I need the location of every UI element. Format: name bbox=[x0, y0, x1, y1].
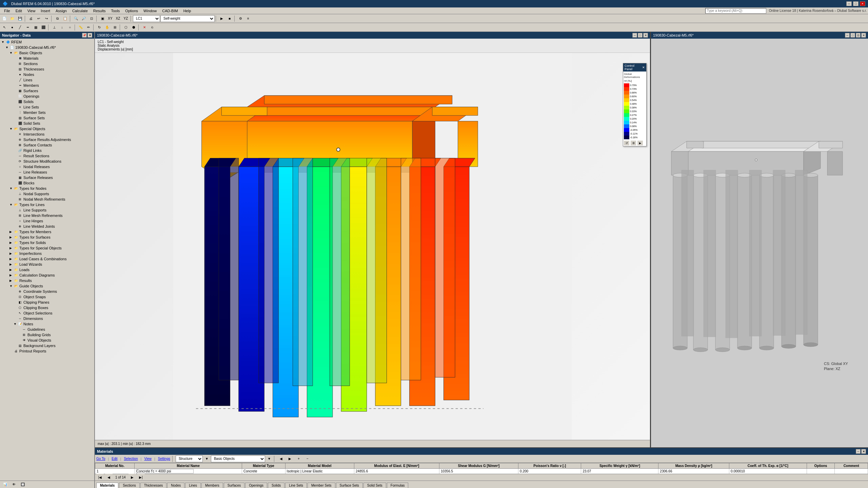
vp-left-max[interactable]: □ bbox=[638, 33, 643, 38]
nav-item-results[interactable]: ▶ 📁 Results bbox=[0, 278, 94, 283]
nav-item-notes[interactable]: ▼ 📝 Notes bbox=[0, 321, 94, 327]
nav-item-clipping-planes[interactable]: ◧ Clipping Planes bbox=[0, 300, 94, 305]
vp-left-close[interactable]: ✕ bbox=[643, 33, 648, 38]
tab-materials[interactable]: Materials bbox=[96, 483, 118, 488]
nav-display-btn[interactable]: 👁 bbox=[10, 481, 18, 488]
mat-filter2-dropdown[interactable]: Basic Objects bbox=[211, 455, 265, 462]
viewport-left-canvas[interactable]: Control Panel ✕ Global Deformations rel … bbox=[95, 53, 650, 440]
nav-item-thicknesses[interactable]: ▤ Thicknesses bbox=[0, 66, 94, 72]
menu-tools[interactable]: Tools bbox=[108, 8, 122, 14]
nav-item-line-releases[interactable]: ─ Line Releases bbox=[0, 169, 94, 175]
menu-assign[interactable]: Assign bbox=[53, 8, 70, 14]
undo-button[interactable]: ↩ bbox=[35, 15, 42, 22]
nav-item-result-sections[interactable]: ─ Result Sections bbox=[0, 153, 94, 159]
mat-settings-label[interactable]: Settings bbox=[158, 457, 170, 461]
nav-item-types-solids[interactable]: ▶ 📁 Types for Solids bbox=[0, 240, 94, 245]
pan-btn[interactable]: ✋ bbox=[103, 24, 111, 31]
nav-item-imperfections[interactable]: ▶ 📁 Imperfections bbox=[0, 251, 94, 256]
cell-mat-name[interactable] bbox=[135, 469, 242, 474]
search-input[interactable] bbox=[705, 8, 766, 14]
vp-right-restore[interactable]: ⊡ bbox=[856, 33, 861, 38]
nav-item-materials[interactable]: 🔳 Materials bbox=[0, 56, 94, 61]
nav-item-line-supports[interactable]: ⊥ Line Supports bbox=[0, 207, 94, 213]
menu-file[interactable]: File bbox=[1, 8, 13, 14]
nav-item-types-nodes[interactable]: ▼ 📂 Types for Nodes bbox=[0, 186, 94, 191]
viewport-right[interactable]: 190830-Cabezal-M5.rf6* ─ □ ⊡ ✕ bbox=[651, 32, 868, 447]
nav-item-nodes[interactable]: ● Nodes bbox=[0, 72, 94, 77]
nav-pin-button[interactable]: 📌 bbox=[82, 33, 87, 38]
vp-right-close[interactable]: ✕ bbox=[861, 33, 866, 38]
restore-button[interactable]: □ bbox=[853, 1, 859, 6]
materials-table[interactable]: Material No. Material Name Material Type… bbox=[95, 463, 868, 474]
tab-solids[interactable]: Solids bbox=[268, 483, 284, 488]
new-button[interactable]: 📄 bbox=[1, 15, 8, 22]
mat-del-btn[interactable]: − bbox=[304, 455, 311, 463]
vp-left-min[interactable]: ─ bbox=[632, 33, 637, 38]
tab-openings[interactable]: Openings bbox=[245, 483, 267, 488]
nav-item-solids[interactable]: ⬛ Solids bbox=[0, 99, 94, 104]
viewxy-button[interactable]: XY bbox=[106, 15, 114, 22]
nav-item-special-objects[interactable]: ▼ 📂 Special Objects bbox=[0, 126, 94, 131]
nav-item-basic-objects[interactable]: ▼ 📂 Basic Objects bbox=[0, 50, 94, 56]
nav-item-dimensions[interactable]: ↔ Dimensions bbox=[0, 316, 94, 321]
support-btn[interactable]: ⊥ bbox=[51, 24, 58, 31]
tab-thicknesses[interactable]: Thicknesses bbox=[140, 483, 167, 488]
tab-solidsets[interactable]: Solid Sets bbox=[363, 483, 386, 488]
nav-item-printout[interactable]: 🖨 Printout Reports bbox=[0, 348, 94, 354]
run-calc-button[interactable]: ▶ bbox=[218, 15, 225, 22]
nav-item-nodal-supports[interactable]: ⊥ Nodal Supports bbox=[0, 191, 94, 197]
tab-surfaces[interactable]: Surfaces bbox=[224, 483, 244, 488]
view3d-button[interactable]: ▣ bbox=[99, 15, 106, 22]
nav-item-linesets[interactable]: ≡ Line Sets bbox=[0, 104, 94, 110]
nav-item-visual-objects[interactable]: 👁 Visual Objects bbox=[0, 338, 94, 343]
vp-right-min[interactable]: ─ bbox=[845, 33, 850, 38]
cp-reset-btn[interactable]: ↺ bbox=[624, 141, 629, 145]
node-btn[interactable]: ● bbox=[8, 24, 16, 31]
menu-view[interactable]: View bbox=[25, 8, 38, 14]
nav-data-btn[interactable]: 📊 bbox=[1, 481, 9, 488]
rotate-btn[interactable]: ↻ bbox=[96, 24, 103, 31]
mat-goto-label[interactable]: Go To bbox=[96, 457, 105, 461]
nav-item-members[interactable]: ━ Members bbox=[0, 83, 94, 88]
nav-item-openings[interactable]: ⬜ Openings bbox=[0, 94, 94, 99]
nav-close-button[interactable]: ✕ bbox=[87, 33, 92, 38]
measure-btn[interactable]: 📏 bbox=[77, 24, 84, 31]
nav-item-loadcases[interactable]: ▶ 📁 Load Cases & Combinations bbox=[0, 256, 94, 262]
nav-item-membersets[interactable]: ⋮ Member Sets bbox=[0, 110, 94, 115]
menu-insert[interactable]: Insert bbox=[38, 8, 53, 14]
nav-item-nodal-mesh[interactable]: ⊞ Nodal Mesh Refinements bbox=[0, 197, 94, 202]
cp-arrow-btn[interactable]: ▶ bbox=[637, 141, 643, 145]
nav-item-surface-releases[interactable]: ▦ Surface Releases bbox=[0, 175, 94, 180]
mat-filter-btn[interactable]: ▼ bbox=[204, 456, 210, 462]
wireframe-btn[interactable]: ⬡ bbox=[122, 24, 130, 31]
nav-item-surfaces[interactable]: ▦ Surfaces bbox=[0, 88, 94, 94]
fit-button[interactable]: ⊡ bbox=[88, 15, 95, 22]
nav-item-building-grids[interactable]: ⊞ Building Grids bbox=[0, 332, 94, 338]
close-button[interactable]: ✕ bbox=[860, 1, 865, 6]
nav-item-object-snaps[interactable]: ⊡ Object Snaps bbox=[0, 294, 94, 300]
menu-edit[interactable]: Edit bbox=[13, 8, 25, 14]
nav-item-load-wizards[interactable]: ▶ 📁 Load Wizards bbox=[0, 262, 94, 267]
load-btn[interactable]: ↓ bbox=[58, 24, 66, 31]
mat-prev-btn[interactable]: ◀ bbox=[277, 455, 285, 463]
select-btn[interactable]: ↖ bbox=[1, 24, 8, 31]
mat-min-btn[interactable]: ─ bbox=[856, 449, 861, 454]
nav-item-lines[interactable]: ╱ Lines bbox=[0, 77, 94, 83]
tab-formulas[interactable]: Formulas bbox=[387, 483, 409, 488]
viewport-right-canvas[interactable]: CS: Global XY Plane: XZ bbox=[651, 39, 868, 447]
tab-nodes[interactable]: Nodes bbox=[167, 483, 184, 488]
nav-item-guide-objects[interactable]: ▼ 📂 Guide Objects bbox=[0, 283, 94, 289]
nav-item-guidelines[interactable]: ─ Guidelines bbox=[0, 327, 94, 332]
mat-add-btn[interactable]: + bbox=[295, 455, 302, 463]
viewport-right-controls[interactable]: ─ □ ⊡ ✕ bbox=[845, 33, 866, 38]
nav-item-loads[interactable]: ▶ 📁 Loads bbox=[0, 267, 94, 272]
mat-selection-label[interactable]: Selection bbox=[124, 457, 138, 461]
nav-item-object-selections[interactable]: ↖ Object Selections bbox=[0, 310, 94, 316]
navigator-controls[interactable]: 📌 ✕ bbox=[82, 33, 92, 38]
nav-item-surface-results-adj[interactable]: ⊛ Surface Results Adjustments bbox=[0, 137, 94, 142]
open-button[interactable]: 📁 bbox=[8, 15, 16, 22]
tab-members[interactable]: Members bbox=[201, 483, 223, 488]
cp-options-btn[interactable]: ⚙ bbox=[631, 141, 636, 145]
nav-item-background-layers[interactable]: ▤ Background Layers bbox=[0, 343, 94, 348]
vp-right-max[interactable]: □ bbox=[850, 33, 855, 38]
